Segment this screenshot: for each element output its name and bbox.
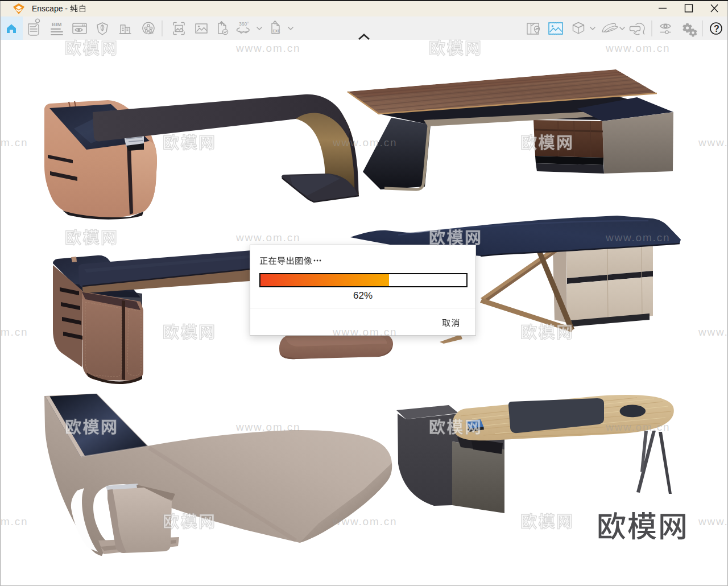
svg-text:360°: 360°: [239, 21, 249, 27]
svg-text:?: ?: [714, 24, 719, 34]
svg-text:EXE: EXE: [273, 29, 281, 33]
svg-text:BIM: BIM: [52, 21, 62, 27]
